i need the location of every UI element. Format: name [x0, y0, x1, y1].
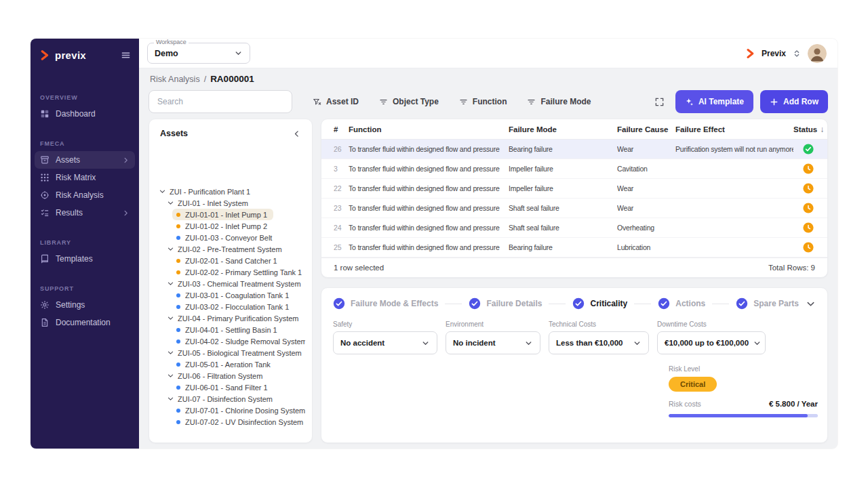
tree-leaf[interactable]: ZUI-01-02 - Inlet Pump 2 [156, 220, 305, 232]
tree-group[interactable]: ZUI-03 - Chemical Treatment System [156, 278, 305, 289]
sidebar-item-risk-matrix[interactable]: Risk Matrix [35, 169, 135, 186]
filter-chip-label: Failure Mode [540, 97, 591, 106]
field-environment: EnvironmentNo incident [446, 321, 540, 354]
step-actions[interactable]: Actions [658, 297, 705, 310]
breadcrumb-section[interactable]: Risk Analysis [150, 75, 200, 84]
risk-level-label: Risk Level [669, 365, 818, 373]
step-spare-parts[interactable]: Spare Parts [736, 297, 799, 310]
risk-level-badge: Critical [669, 377, 717, 392]
environment-select[interactable]: No incident [446, 331, 540, 354]
add-row-button[interactable]: Add Row [760, 90, 828, 113]
filter-icon [379, 98, 388, 106]
sidebar-item-assets[interactable]: Assets [35, 151, 135, 169]
workspace-select[interactable]: Workspace Demo [147, 43, 250, 64]
field-label: Technical Costs [549, 321, 649, 328]
table-row[interactable]: 23To transfer fluid within designed flow… [321, 199, 827, 218]
menu-icon[interactable] [121, 50, 131, 60]
safety-select[interactable]: No accident [333, 331, 437, 354]
sidebar-logo-row: previx [31, 39, 139, 71]
tree-leaf[interactable]: ZUI-05-01 - Aeration Tank [156, 358, 305, 370]
column-header-failure-mode[interactable]: Failure Mode [509, 125, 617, 133]
tree-group[interactable]: ZUI-02 - Pre-Treatment System [156, 243, 305, 255]
filter-chip-label: Asset ID [326, 97, 359, 106]
cell-failure-mode: Shaft seal failure [509, 204, 617, 212]
tree-leaf-label: ZUI-06-01 - Sand Filter 1 [185, 384, 268, 392]
chevrons-up-down-icon[interactable] [792, 49, 802, 58]
tree-leaf-label: ZUI-01-02 - Inlet Pump 2 [185, 222, 267, 230]
tree-leaf[interactable]: ZUI-03-02 - Flocculation Tank 1 [156, 301, 305, 312]
tree-group[interactable]: ZUI-05 - Biological Treatment System [156, 347, 305, 358]
step-failure-mode-effects[interactable]: Failure Mode & Effects [333, 297, 438, 310]
tree-group[interactable]: ZUI-07 - Disinfection System [156, 393, 305, 405]
field-technical-costs: Technical CostsLess than €10,000 [549, 321, 649, 354]
table-row[interactable]: 25To transfer fluid within designed flow… [321, 238, 827, 257]
cell-failure-cause: Wear [617, 184, 675, 192]
tree-leaf[interactable]: ZUI-01-03 - Conveyor Belt [156, 232, 305, 243]
tree-group[interactable]: ZUI - Purification Plant 1 [156, 186, 305, 197]
table-header-row: #FunctionFailure ModeFailure CauseFailur… [321, 119, 827, 140]
sidebar-item-documentation[interactable]: Documentation [35, 314, 135, 331]
asset-status-dot [176, 339, 180, 344]
cell-failure-cause: Wear [617, 204, 675, 212]
asset-tree: ZUI - Purification Plant 1ZUI-01 - Inlet… [156, 186, 305, 428]
tree-leaf[interactable]: ZUI-06-01 - Sand Filter 1 [156, 381, 305, 393]
cell-row-number: 24 [334, 224, 349, 232]
sidebar-item-label: Templates [56, 254, 130, 264]
tree-leaf[interactable]: ZUI-07-01 - Chlorine Dosing System [156, 405, 305, 416]
step-failure-details[interactable]: Failure Details [469, 297, 542, 310]
cell-function: To transfer fluid within designed flow a… [349, 184, 509, 192]
table-body: 26To transfer fluid within designed flow… [321, 140, 827, 257]
column-header-failure-cause[interactable]: Failure Cause [617, 125, 675, 133]
tree-group[interactable]: ZUI-06 - Filtration System [156, 370, 305, 381]
column-header-status[interactable]: Status↓ [793, 125, 827, 134]
fullscreen-button[interactable] [650, 91, 670, 112]
sidebar-item-results[interactable]: Results [35, 204, 135, 222]
tree-group[interactable]: ZUI-01 - Inlet System [156, 197, 305, 209]
caret-down-icon [421, 339, 430, 348]
filter-chip-object-type[interactable]: Object Type [379, 97, 439, 106]
templates-icon [40, 254, 50, 264]
tree-leaf[interactable]: ZUI-02-01 - Sand Catcher 1 [156, 255, 305, 266]
collapse-panel-icon[interactable] [292, 129, 301, 138]
filter-chip-failure-mode[interactable]: Failure Mode [527, 97, 591, 106]
settings-icon [40, 300, 50, 310]
column-header-[interactable]: # [334, 125, 349, 133]
stepper: Failure Mode & EffectsFailure DetailsCri… [333, 297, 816, 310]
table-row[interactable]: 24To transfer fluid within designed flow… [321, 218, 827, 238]
filter-chip-function[interactable]: Function [459, 97, 507, 106]
check-circle-icon [572, 297, 585, 310]
risk-costs-row: Risk costs € 5.800 / Year [669, 400, 818, 408]
collapse-detail-chevron-icon[interactable] [806, 299, 816, 309]
caret-down-icon [633, 339, 642, 348]
step-criticality[interactable]: Criticality [572, 297, 627, 310]
asset-status-dot [176, 259, 180, 263]
sidebar-item-templates[interactable]: Templates [35, 250, 135, 268]
tree-leaf[interactable]: ZUI-01-01 - Inlet Pump 1 [156, 209, 305, 220]
avatar[interactable] [808, 44, 827, 63]
column-header-function[interactable]: Function [349, 125, 509, 133]
search-input[interactable] [149, 90, 292, 113]
filter-chip-label: Object Type [393, 97, 439, 106]
previx-logo-icon [745, 48, 755, 59]
ai-template-button[interactable]: AI Template [675, 90, 753, 113]
filter-chip-asset-id[interactable]: Asset ID [313, 97, 359, 106]
column-header-failure-effect[interactable]: Failure Effect [675, 125, 793, 133]
sidebar-item-risk-analysis[interactable]: Risk Analysis [35, 186, 135, 204]
technical-costs-select[interactable]: Less than €10,000 [549, 331, 649, 354]
tree-leaf[interactable]: ZUI-04-01 - Settling Basin 1 [156, 324, 305, 335]
tree-leaf[interactable]: ZUI-07-02 - UV Disinfection System [156, 416, 305, 428]
tree-leaf[interactable]: ZUI-04-02 - Sludge Removal System 1 [156, 335, 305, 347]
tree-group[interactable]: ZUI-04 - Primary Purification System [156, 312, 305, 324]
tree-leaf[interactable]: ZUI-02-02 - Primary Settling Tank 1 [156, 266, 305, 278]
table-row[interactable]: 3To transfer fluid within designed flow … [321, 159, 827, 179]
asset-status-dot [176, 293, 180, 297]
tree-leaf[interactable]: ZUI-03-01 - Coagulation Tank 1 [156, 289, 305, 301]
sidebar-item-settings[interactable]: Settings [35, 296, 135, 314]
sidebar-item-dashboard[interactable]: Dashboard [35, 105, 135, 123]
brand-name: previx [55, 49, 116, 61]
table-row[interactable]: 22To transfer fluid within designed flow… [321, 179, 827, 199]
table-row[interactable]: 26To transfer fluid within designed flow… [321, 140, 827, 159]
tree-group-label: ZUI-03 - Chemical Treatment System [178, 280, 301, 288]
downtime-costs-select[interactable]: €10,000 up to €100,000 [657, 331, 766, 354]
plus-icon [770, 98, 778, 106]
